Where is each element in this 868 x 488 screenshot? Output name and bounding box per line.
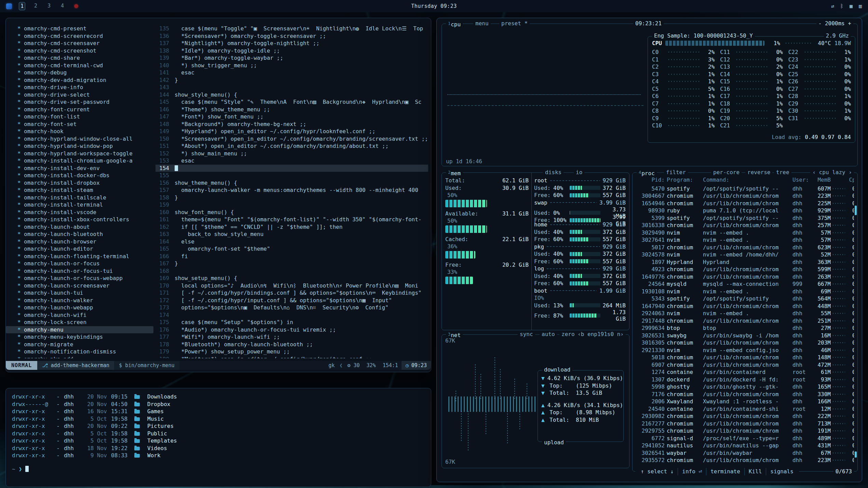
disks-tab[interactable]: disks — [543, 169, 564, 176]
file-item[interactable]: * omarchy-launch-or-focus-tui — [6, 267, 153, 275]
code-line[interactable]: 151 *About*) open_in_editor ~/.config/om… — [155, 142, 428, 150]
process-row[interactable]: 2921330 nvim nvim --embed config.jso dhh… — [637, 347, 854, 354]
file-item[interactable]: * omarchy-hyprland-window-pop — [6, 142, 153, 150]
file-item[interactable]: * omarchy-hyprland-workspace-toggle — [6, 150, 153, 157]
interval-increase-button[interactable]: + — [848, 20, 851, 27]
file-item[interactable]: * omarchy-install-vscode — [6, 209, 153, 216]
file-item[interactable]: * omarchy-install-steam — [6, 186, 153, 194]
process-row[interactable]: 6907 chromium /usr/lib/chromium/chrom dh… — [637, 361, 854, 369]
footer-action-button[interactable]: signals — [766, 468, 797, 475]
code-line[interactable]: 137 *Nightlight*) omarchy-toggle-nightli… — [155, 40, 428, 47]
file-item[interactable]: * omarchy-launch-or-focus-webapp — [6, 275, 153, 282]
process-row[interactable]: 2917448 chromium /usr/lib/chromium/chrom… — [637, 317, 854, 325]
code-line[interactable]: 154 } — [155, 165, 428, 172]
code-line[interactable]: 135 case $(menu "Toggle" "▣ Screensaver\… — [155, 25, 428, 32]
file-item[interactable]: * omarchy-menu-keybindings — [6, 333, 153, 341]
file-item[interactable]: * omarchy-pkg-add — [6, 355, 153, 359]
process-row[interactable]: 5998 ghostty /usr/bin/ghostty --gtk- dhh… — [637, 383, 854, 391]
process-row[interactable]: 6772 signal-d /proc/self/exe --type=r dh… — [637, 435, 854, 442]
code-line[interactable]: 153 esac — [155, 157, 428, 165]
code-line[interactable]: 176 *Audio*) omarchy-launch-or-focus-tui… — [155, 326, 428, 334]
file-item[interactable]: * omarchy-migrate — [6, 341, 153, 348]
scrollbar-thumb[interactable] — [855, 206, 857, 215]
file-item[interactable]: * omarchy-install-chromium-google-a — [6, 157, 153, 165]
code-line[interactable]: 159 — [155, 201, 428, 209]
process-row[interactable]: 5399 spotify /opt/spotify/spotify -- dhh… — [637, 214, 854, 222]
process-row[interactable]: 1647940 chromium /usr/lib/chromium/chrom… — [637, 303, 854, 310]
file-item[interactable]: * omarchy-hook — [6, 128, 153, 135]
scrollbar-thumb-bottom[interactable] — [855, 451, 857, 458]
process-row[interactable]: 3016338 chromium /usr/lib/chromium/chrom… — [637, 222, 854, 229]
process-row[interactable]: 5343 spotify /opt/spotify/spotify dhh 56… — [637, 295, 854, 303]
file-item[interactable]: * omarchy-launch-webapp — [6, 304, 153, 311]
code-line[interactable]: 143 — [155, 84, 428, 91]
file-item[interactable]: * omarchy-install-docker-dbs — [6, 172, 153, 179]
code-line[interactable]: 148 *Background*) omarchy-theme-bg-next … — [155, 121, 428, 128]
file-item[interactable]: * omarchy-hyprland-window-close-all — [6, 135, 153, 143]
process-row[interactable]: 3029490 nvim nvim --embed . dhh 57M 0.0 — [637, 229, 854, 237]
interval-decrease-button[interactable]: - — [818, 20, 822, 27]
process-row[interactable]: 1654946 chromium /usr/lib/chromium/chrom… — [637, 200, 854, 207]
code-line[interactable]: 147 *Font*) show_font_menu ;; — [155, 113, 428, 121]
process-row[interactable]: 7176 chromium /usr/lib/chromium/chrom dh… — [637, 391, 854, 398]
process-row[interactable]: 2929755 chromium /usr/lib/chromium/chrom… — [637, 427, 854, 435]
code-line[interactable]: 170 local options="♪ Audio\n↯ Wifi\nᛒ Bl… — [155, 282, 428, 290]
zero-tab[interactable]: zero — [559, 331, 577, 338]
reverse-toggle[interactable]: reverse — [745, 169, 772, 176]
file-item[interactable]: * omarchy-install-dropbox — [6, 179, 153, 187]
interface-selector[interactable]: ‹b enp191s0 n› — [575, 331, 626, 338]
process-row[interactable]: 3016305 chromium /usr/lib/chromium/chrom… — [637, 339, 854, 347]
clock[interactable]: Thursday 09:23 — [0, 3, 868, 9]
code-line[interactable]: 152 *) show_main_menu ;; — [155, 150, 428, 157]
process-row[interactable]: 98930 ruby puma 7.1.0 (tcp://local dhh 9… — [637, 207, 854, 214]
code-line[interactable]: 163 back_to show_style_menu — [155, 231, 428, 238]
file-item[interactable]: * omarchy-notification-dismiss — [6, 348, 153, 355]
file-item[interactable]: * omarchy-launch-walker — [6, 297, 153, 304]
code-line[interactable]: 160 show_font_menu() { — [155, 209, 428, 216]
code-line[interactable]: 157 omarchy-launch-walker -m menus:omarc… — [155, 186, 428, 194]
file-item[interactable]: * omarchy-dev-add-migration — [6, 76, 153, 84]
code-line[interactable]: 161 theme=$(menu "Font" "$(omarchy-font-… — [155, 216, 428, 223]
code-line[interactable]: 172 [ -f ~/.config/hypr/input.conf ] && … — [155, 297, 428, 304]
screencast-icon[interactable]: ⇄ — [831, 3, 834, 9]
file-item[interactable]: * omarchy-cmd-present — [6, 25, 153, 32]
cpu-panel-title[interactable]: 1cpu — [446, 20, 463, 28]
process-row[interactable]: 2006 Xwayland Xwayland :1 -rootless - dh… — [637, 398, 854, 405]
file-item[interactable]: * omarchy-launch-bluetooth — [6, 231, 153, 238]
code-line[interactable]: 171 [ -f ~/.config/hypr/bindings.conf ] … — [155, 289, 428, 297]
apps-grid-icon[interactable]: ▦ — [850, 3, 853, 9]
process-row[interactable]: 4923 chromium /usr/lib/chromium/chrom dh… — [637, 266, 854, 273]
header-program[interactable]: Program: — [667, 176, 701, 184]
process-row[interactable]: 3004667 chromium /usr/lib/chromium/chrom… — [637, 192, 854, 200]
process-row[interactable]: 2167277 chromium /usr/lib/chromium/chrom… — [637, 420, 854, 428]
code-line[interactable]: 175 case $(menu "Setup" "$options") in — [155, 319, 428, 326]
code-line[interactable]: 168 — [155, 267, 428, 275]
process-row[interactable]: 1649776 chromium /usr/lib/chromium/chrom… — [637, 273, 854, 281]
file-item[interactable]: * omarchy-cmd-terminal-cwd — [6, 62, 153, 69]
code-line[interactable]: 167 } — [155, 260, 428, 267]
code-line[interactable]: 142 } — [155, 76, 428, 84]
process-row[interactable]: 5470 spotify /opt/spotify/spotify -- dhh… — [637, 185, 854, 193]
code-line[interactable]: 140 *) show_trigger_menu ;; — [155, 62, 428, 69]
file-item[interactable]: * omarchy-cmd-screensaver — [6, 40, 153, 47]
process-row[interactable]: 1897 Hyprland Hyprland dhh 363M 0.0 — [637, 259, 854, 266]
code-line[interactable]: 145 case $(menu "Style" "✎ Theme\nA Font… — [155, 98, 428, 106]
process-row[interactable]: 3026541 waybar /usr/bin/waybar dhh 67M 0… — [637, 449, 854, 457]
file-item[interactable]: * omarchy-menu — [6, 326, 153, 334]
process-row[interactable]: 24540 containe /usr/bin/containerd-shi r… — [637, 405, 854, 413]
code-line[interactable]: 162 if [[ "$theme" == "CNCLD" || -z "$th… — [155, 223, 428, 231]
code-line[interactable]: 177 *Wifi*) omarchy-launch-wifi ;; — [155, 333, 428, 341]
file-item[interactable]: * omarchy-cmd-screenrecord — [6, 32, 153, 40]
code-line[interactable]: 149 *Hyprland*) open_in_editor ~/.config… — [155, 128, 428, 135]
file-item[interactable]: * omarchy-launch-browser — [6, 238, 153, 246]
shell-prompt[interactable]: ~ ❯ — [12, 465, 425, 473]
process-row[interactable]: 2935572 chromium /usr/lib/chromium/chrom… — [637, 457, 854, 464]
code-line[interactable]: 139 *Bar*) omarchy-toggle-waybar ;; — [155, 54, 428, 62]
process-row[interactable]: 2941052 nautilus /usr/bin/nautilus --gap… — [637, 442, 854, 449]
code-line[interactable]: 164 else — [155, 238, 428, 246]
process-row[interactable]: 1274 containe /usr/bin/containerd root 6… — [637, 368, 854, 376]
process-row[interactable]: 2924063 nvim nvim --embed . dhh 55M 0.0 — [637, 310, 854, 317]
code-line[interactable]: 166 fi — [155, 253, 428, 260]
code-line[interactable]: 173 options="$options\n▣ Defaults\n⌂ DNS… — [155, 304, 428, 311]
process-row[interactable]: 5017 chromium /usr/lib/chromium/chrom dh… — [637, 244, 854, 251]
